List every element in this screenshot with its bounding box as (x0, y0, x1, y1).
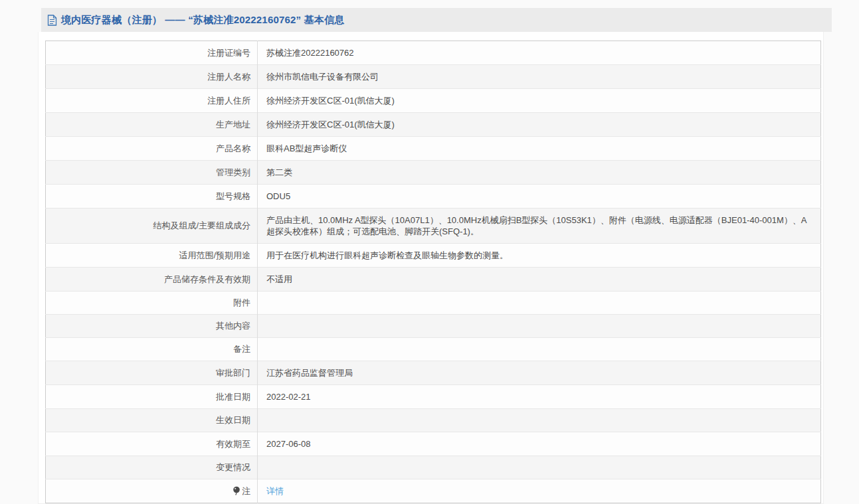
row-value-text: 不适用 (266, 274, 292, 284)
row-label: 审批部门 (46, 361, 258, 385)
detail-link[interactable]: 详情 (266, 486, 284, 496)
row-value-text: ODU5 (266, 191, 290, 201)
page-title: 境内医疗器械（注册） —— “苏械注准20222160762” 基本信息 (61, 14, 344, 27)
table-row: 有效期至2027-06-08 (46, 432, 821, 456)
table-row: 备注 (46, 338, 821, 361)
row-label-text: 注册证编号 (207, 48, 250, 58)
row-label-text: 备注 (233, 344, 250, 354)
row-value: 苏械注准20222160762 (258, 41, 821, 65)
row-label: 注册证编号 (46, 41, 258, 65)
row-value-text: 苏械注准20222160762 (266, 48, 354, 58)
table-row: 注册人住所徐州经济开发区C区-01(凯信大厦) (46, 89, 821, 113)
row-value-text: 第二类 (266, 167, 292, 177)
table-row: 附件 (46, 292, 821, 315)
document-icon (47, 15, 57, 26)
row-value: 眼科AB型超声诊断仪 (258, 137, 821, 161)
row-value: 徐州经济开发区C区-01(凯信大厦) (258, 89, 821, 113)
row-value: 徐州市凯信电子设备有限公司 (258, 65, 821, 89)
row-label: 变更情况 (46, 456, 258, 479)
row-value-text: 眼科AB型超声诊断仪 (266, 143, 347, 153)
row-label: 附件 (46, 292, 258, 315)
row-label-text: 其他内容 (216, 321, 250, 331)
table-row: 审批部门江苏省药品监督管理局 (46, 361, 821, 385)
row-label-text: 产品储存条件及有效期 (164, 274, 250, 284)
row-value-text: 徐州经济开发区C区-01(凯信大厦) (266, 96, 395, 106)
row-value: 不适用 (258, 268, 821, 292)
table-row: 注详情 (46, 479, 821, 503)
row-label: 有效期至 (46, 432, 258, 456)
table-row: 结构及组成/主要组成成分产品由主机、10.0MHz A型探头（10A07L1）、… (46, 209, 821, 244)
row-label-text: 有效期至 (216, 439, 250, 449)
row-label-text: 注册人名称 (207, 72, 250, 82)
row-label: 管理类别 (46, 161, 258, 185)
table-row: 变更情况 (46, 456, 821, 479)
row-label-text: 型号规格 (216, 191, 250, 201)
row-label-text: 结构及组成/主要组成成分 (153, 220, 250, 230)
row-value: 详情 (258, 479, 821, 503)
table-row: 注册证编号苏械注准20222160762 (46, 41, 821, 65)
row-value (258, 456, 821, 479)
row-label-text: 管理类别 (216, 167, 250, 177)
row-label: 批准日期 (46, 385, 258, 409)
row-value: 用于在医疗机构进行眼科超声诊断检查及眼轴生物参数的测量。 (258, 244, 821, 268)
row-label: 其他内容 (46, 315, 258, 338)
table-row: 其他内容 (46, 315, 821, 338)
row-label-text: 注册人住所 (207, 96, 250, 106)
row-label: 备注 (46, 338, 258, 361)
row-value-text: 产品由主机、10.0MHz A型探头（10A07L1）、10.0MHz机械扇扫B… (266, 215, 807, 236)
page: 境内医疗器械（注册） —— “苏械注准20222160762” 基本信息 注册证… (0, 0, 859, 504)
table-row: 产品储存条件及有效期不适用 (46, 268, 821, 292)
table-row: 批准日期2022-02-21 (46, 385, 821, 409)
row-label-text: 生效日期 (216, 415, 250, 425)
table-row: 生效日期 (46, 409, 821, 432)
row-value: 第二类 (258, 161, 821, 185)
row-label-text: 适用范围/预期用途 (179, 250, 250, 260)
row-value (258, 338, 821, 361)
row-label: 型号规格 (46, 185, 258, 209)
row-value: 江苏省药品监督管理局 (258, 361, 821, 385)
row-value-text: 徐州市凯信电子设备有限公司 (266, 72, 379, 82)
row-label: 注册人住所 (46, 89, 258, 113)
row-value (258, 292, 821, 315)
table-row: 管理类别第二类 (46, 161, 821, 185)
table-row: 注册人名称徐州市凯信电子设备有限公司 (46, 65, 821, 89)
row-label: 结构及组成/主要组成成分 (46, 209, 258, 244)
row-label: 生产地址 (46, 113, 258, 137)
row-value: 2027-06-08 (258, 432, 821, 456)
table-row: 适用范围/预期用途用于在医疗机构进行眼科超声诊断检查及眼轴生物参数的测量。 (46, 244, 821, 268)
row-value-text: 徐州经济开发区C区-01(凯信大厦) (266, 120, 395, 129)
header-band: 境内医疗器械（注册） —— “苏械注准20222160762” 基本信息 (41, 8, 832, 32)
row-label: 产品名称 (46, 137, 258, 161)
row-value (258, 409, 821, 432)
row-value: 2022-02-21 (258, 385, 821, 409)
registration-info-table: 注册证编号苏械注准20222160762注册人名称徐州市凯信电子设备有限公司注册… (45, 41, 821, 503)
row-value-text: 用于在医疗机构进行眼科超声诊断检查及眼轴生物参数的测量。 (266, 250, 508, 260)
row-label: 注 (46, 479, 258, 503)
row-value: 徐州经济开发区C区-01(凯信大厦) (258, 113, 821, 137)
row-label-text: 批准日期 (216, 392, 250, 402)
row-value-text: 2027-06-08 (266, 439, 311, 449)
row-label-text: 产品名称 (216, 143, 250, 153)
table-row: 型号规格ODU5 (46, 185, 821, 209)
row-value: ODU5 (258, 185, 821, 209)
row-label: 注册人名称 (46, 65, 258, 89)
note-balloon-icon (233, 486, 240, 496)
row-label: 生效日期 (46, 409, 258, 432)
row-value-text: 2022-02-21 (266, 392, 311, 402)
row-value (258, 315, 821, 338)
row-label-text: 审批部门 (216, 368, 250, 378)
table-row: 生产地址徐州经济开发区C区-01(凯信大厦) (46, 113, 821, 137)
content-card: 注册证编号苏械注准20222160762注册人名称徐州市凯信电子设备有限公司注册… (38, 32, 824, 504)
row-label-text: 变更情况 (216, 462, 250, 472)
row-value-text: 江苏省药品监督管理局 (266, 368, 353, 378)
row-label-text: 生产地址 (216, 120, 250, 129)
row-label-text: 注 (242, 486, 250, 496)
row-label-text: 附件 (233, 297, 250, 307)
row-label: 产品储存条件及有效期 (46, 268, 258, 292)
row-value: 产品由主机、10.0MHz A型探头（10A07L1）、10.0MHz机械扇扫B… (258, 209, 821, 244)
table-row: 产品名称眼科AB型超声诊断仪 (46, 137, 821, 161)
row-label: 适用范围/预期用途 (46, 244, 258, 268)
